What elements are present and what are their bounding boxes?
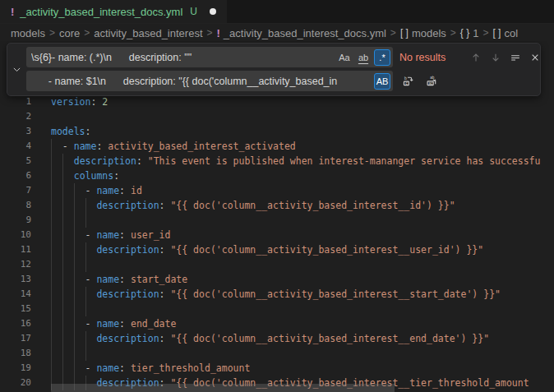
- code-line[interactable]: 15: [0, 302, 554, 316]
- code-line[interactable]: 14 description: "{{ doc('column__activit…: [0, 287, 554, 302]
- indent-guide: [51, 139, 52, 154]
- breadcrumb-item-symbol-models[interactable]: [ ] models: [400, 27, 446, 39]
- breadcrumb-item-label: col: [504, 27, 518, 39]
- arrow-up-icon: [470, 52, 482, 63]
- whole-word-button[interactable]: ab: [355, 49, 372, 66]
- indent-guide: [62, 346, 63, 361]
- code-line[interactable]: 2: [0, 109, 554, 124]
- code-text: description: "{{ doc('column__activity_b…: [51, 242, 483, 257]
- code-line[interactable]: 9: [0, 213, 554, 228]
- find-input[interactable]: \s{6}- name: (.*)\n description: "" Aa a…: [26, 47, 393, 67]
- breadcrumb-item-models[interactable]: models: [11, 27, 45, 39]
- indent-guide: [85, 257, 86, 272]
- tab-activity-docs[interactable]: ! _activity_based_interest_docs.yml U: [0, 0, 227, 23]
- indent-guide: [74, 316, 75, 331]
- indent-guide: [51, 302, 52, 316]
- breadcrumb-item-activity-based-interest[interactable]: activity_based_interest: [94, 27, 202, 39]
- line-number: 9: [0, 213, 31, 228]
- indent-guide: [62, 242, 63, 257]
- match-case-button[interactable]: Aa: [336, 49, 353, 66]
- line-number: 2: [0, 109, 31, 124]
- breadcrumb-item-symbol-1[interactable]: { } 1: [460, 27, 479, 39]
- line-number: 18: [0, 346, 31, 361]
- replace-value-text: - name: $1\n description: "{{ doc('colum…: [31, 76, 374, 87]
- indent-guide: [74, 228, 75, 242]
- indent-guide: [74, 331, 75, 346]
- line-number: 11: [0, 242, 31, 257]
- find-in-selection-button[interactable]: [506, 48, 524, 66]
- indent-guide: [62, 154, 63, 168]
- code-text: - name: tier_threshold_amount: [51, 361, 250, 376]
- close-find-button[interactable]: [526, 48, 543, 66]
- code-text: - name: start_date: [51, 272, 187, 287]
- line-number: 12: [0, 257, 31, 272]
- indent-guide: [62, 287, 63, 302]
- indent-guide: [85, 331, 86, 346]
- breadcrumb-item-file[interactable]: ! _activity_based_interest_docs.yml: [217, 27, 386, 39]
- replace-icon: b c: [402, 75, 414, 87]
- code-line[interactable]: 6 columns:: [0, 168, 554, 183]
- code-line[interactable]: 17 description: "{{ doc('column__activit…: [0, 331, 554, 346]
- code-line[interactable]: 11 description: "{{ doc('column__activit…: [0, 242, 554, 257]
- indent-guide: [85, 346, 86, 361]
- indent-guide: [74, 183, 75, 198]
- regex-button[interactable]: .*: [374, 49, 390, 66]
- close-icon: [529, 52, 541, 63]
- indent-guide: [51, 272, 52, 287]
- line-number: 7: [0, 183, 31, 198]
- code-line[interactable]: 1version: 2: [0, 95, 554, 109]
- code-text: description: "{{ doc('column__activity_b…: [51, 198, 455, 213]
- breadcrumb-item-label: _activity_based_interest_docs.yml: [224, 27, 386, 39]
- code-line[interactable]: 5 description: "This event is published …: [0, 154, 554, 168]
- previous-match-button[interactable]: [467, 48, 484, 66]
- replace-all-button[interactable]: ab ac: [423, 72, 441, 90]
- indent-guide: [51, 198, 52, 213]
- code-text: version: 2: [51, 95, 108, 109]
- indent-guide: [51, 183, 52, 198]
- code-line[interactable]: 18: [0, 346, 554, 361]
- find-widget: \s{6}- name: (.*)\n description: "" Aa a…: [7, 43, 541, 96]
- code-line[interactable]: 7 - name: id: [0, 183, 554, 198]
- preserve-case-button[interactable]: AB: [374, 73, 390, 90]
- indent-guide: [74, 198, 75, 213]
- indent-guide: [74, 346, 75, 361]
- breadcrumb-item-symbol-columns[interactable]: [ ] col: [492, 27, 518, 39]
- modified-dot[interactable]: [210, 8, 216, 15]
- breadcrumb-separator: >: [49, 27, 55, 39]
- indent-guide: [62, 361, 63, 376]
- code-line[interactable]: 19 - name: tier_threshold_amount: [0, 361, 554, 376]
- breadcrumb: models > core > activity_based_interest …: [0, 24, 554, 42]
- replace-input[interactable]: - name: $1\n description: "{{ doc('colum…: [26, 71, 393, 91]
- indent-guide: [62, 228, 63, 242]
- next-match-button[interactable]: [487, 48, 504, 66]
- indent-guide: [51, 154, 52, 168]
- breadcrumb-separator: >: [207, 27, 213, 39]
- code-line[interactable]: 13 - name: start_date: [0, 272, 554, 287]
- svg-text:b: b: [404, 76, 407, 81]
- replace-button[interactable]: b c: [399, 72, 417, 90]
- code-line[interactable]: 8 description: "{{ doc('column__activity…: [0, 198, 554, 213]
- indent-guide: [62, 331, 63, 346]
- editor-area: 1version: 223models:4 - name: activity_b…: [0, 41, 554, 392]
- toggle-replace-button[interactable]: [7, 47, 26, 91]
- breadcrumb-item-core[interactable]: core: [59, 27, 80, 39]
- yaml-file-icon: !: [11, 6, 14, 18]
- selection-filter-icon: [510, 52, 521, 63]
- horizontal-scrollbar[interactable]: [51, 384, 395, 392]
- code-line[interactable]: 3models:: [0, 124, 554, 139]
- indent-guide: [62, 213, 63, 228]
- code-line[interactable]: 10 - name: user_id: [0, 228, 554, 242]
- code-lines: 1version: 223models:4 - name: activity_b…: [0, 95, 554, 390]
- line-number: 16: [0, 316, 31, 331]
- indent-guide: [85, 198, 86, 213]
- line-number: 8: [0, 198, 31, 213]
- line-number: 5: [0, 154, 31, 168]
- indent-guide: [62, 272, 63, 287]
- code-line[interactable]: 12: [0, 257, 554, 272]
- chevron-down-icon: [12, 64, 22, 75]
- code-line[interactable]: 4 - name: activity_based_interest_activa…: [0, 139, 554, 154]
- indent-guide: [51, 361, 52, 376]
- code-text: description: "{{ doc('column__activity_b…: [51, 287, 501, 302]
- code-line[interactable]: 16 - name: end_date: [0, 316, 554, 331]
- indent-guide: [85, 287, 86, 302]
